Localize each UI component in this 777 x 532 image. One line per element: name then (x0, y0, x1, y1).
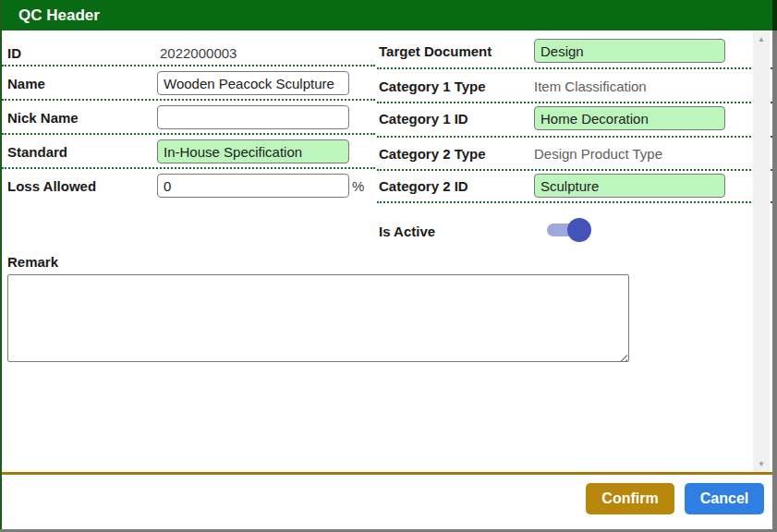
category2-type-value-row: Design Product Type (534, 141, 662, 165)
field-row-standard: Standard (7, 139, 67, 163)
toggle-knob-icon (567, 218, 591, 242)
category1-id-input[interactable] (534, 106, 725, 130)
scroll-up-icon[interactable]: ▲ (753, 31, 770, 47)
id-label: ID (7, 45, 21, 61)
field-row-is-active: Is Active (379, 219, 435, 243)
row-separator (377, 67, 772, 69)
row-separator (2, 133, 375, 135)
loss-allowed-input[interactable] (157, 174, 349, 198)
row-separator (2, 65, 375, 66)
page-edge-right-top (772, 0, 777, 30)
qc-header-modal: QC Header ID 2022000003 Name Nick Name S… (0, 0, 777, 532)
row-separator (2, 167, 375, 169)
percent-suffix: % (352, 178, 364, 194)
category2-type-value: Design Product Type (534, 146, 662, 162)
row-separator (377, 102, 772, 103)
cancel-button[interactable]: Cancel (685, 483, 764, 514)
target-document-input[interactable] (534, 39, 725, 63)
field-row-nickname: Nick Name (7, 105, 79, 129)
category2-type-label: Category 2 Type (379, 146, 486, 162)
name-label: Name (7, 76, 45, 91)
footer-divider (0, 472, 777, 475)
category1-type-value: Item Classification (534, 79, 647, 94)
field-row-target-document: Target Document (379, 39, 492, 63)
loss-allowed-label: Loss Allowed (7, 178, 96, 194)
field-row-id: ID (7, 41, 21, 65)
category1-type-value-row: Item Classification (534, 74, 647, 98)
field-row-category1-id: Category 1 ID (379, 106, 468, 130)
is-active-label: Is Active (379, 224, 435, 239)
standard-input[interactable] (157, 139, 349, 163)
remark-label-row: Remark (7, 251, 58, 272)
page-edge-left (0, 0, 2, 532)
row-separator (377, 169, 772, 171)
remark-textarea[interactable] (7, 274, 629, 362)
target-document-label: Target Document (379, 43, 492, 59)
category2-id-input[interactable] (534, 174, 725, 198)
modal-title: QC Header (0, 0, 772, 30)
confirm-button[interactable]: Confirm (586, 483, 674, 514)
field-row-category1-type: Category 1 Type (379, 74, 486, 98)
row-separator (377, 201, 772, 203)
scroll-down-icon[interactable]: ▼ (753, 456, 770, 472)
category1-id-label: Category 1 ID (379, 111, 468, 127)
category2-id-label: Category 2 ID (379, 178, 468, 194)
id-value-row: 2022000003 (160, 41, 237, 65)
id-value: 2022000003 (160, 45, 237, 61)
field-row-category2-id: Category 2 ID (379, 174, 468, 198)
nickname-label: Nick Name (7, 110, 79, 126)
vertical-scrollbar[interactable]: ▲ ▼ (753, 31, 770, 472)
is-active-toggle[interactable] (547, 224, 580, 236)
name-input[interactable] (157, 71, 349, 95)
row-separator (377, 136, 772, 138)
standard-label: Standard (7, 144, 67, 160)
field-row-name: Name (7, 71, 45, 95)
remark-label: Remark (7, 254, 58, 270)
nickname-input[interactable] (157, 105, 349, 129)
category1-type-label: Category 1 Type (379, 79, 486, 94)
field-row-category2-type: Category 2 Type (379, 141, 486, 165)
field-row-loss-allowed: Loss Allowed (7, 174, 96, 198)
page-edge-right (772, 30, 777, 532)
row-separator (2, 99, 375, 101)
